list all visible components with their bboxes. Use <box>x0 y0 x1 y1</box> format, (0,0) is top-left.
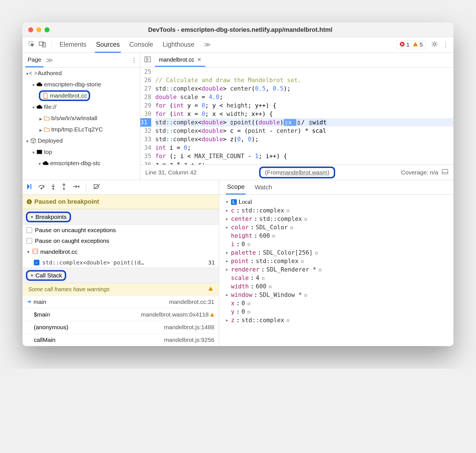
tab-sources[interactable]: Sources <box>95 37 121 53</box>
scope-variable[interactable]: i: 0⧈ <box>225 240 448 248</box>
file-tree: < > Authored emscripten-dbg-storie mande… <box>23 68 140 180</box>
step-over-icon[interactable] <box>38 183 45 191</box>
scope-variable[interactable]: point: std::complex⧈ <box>225 257 448 265</box>
debugger-toolbar <box>23 180 219 195</box>
scope-variable[interactable]: center: std::complex⧈ <box>225 215 448 223</box>
toggle-drawer-icon[interactable] <box>442 169 448 176</box>
code-lines[interactable]: // Calculate and draw the Mandelbrot set… <box>155 68 453 165</box>
warning-count: 5 <box>420 42 423 48</box>
svg-rect-6 <box>37 150 42 154</box>
panel-tabs: Elements Sources Console Lighthouse ≫ <box>58 37 212 53</box>
scope-variable[interactable]: color: SDL_Color⧈ <box>225 223 448 232</box>
tree-host-1[interactable]: emscripten-dbg-storie <box>23 79 140 90</box>
pause-uncaught-checkbox[interactable]: Pause on uncaught exceptions <box>23 225 219 236</box>
error-count: 1 <box>406 42 410 48</box>
devtools-window: DevTools - emscripten-dbg-stories.netlif… <box>23 23 453 346</box>
debugger-left-panel: i Paused on breakpoint ▼ Breakpoints Pau… <box>23 195 219 346</box>
titlebar: DevTools - emscripten-dbg-stories.netlif… <box>23 23 453 37</box>
svg-text:i: i <box>29 200 30 204</box>
tree-host-file[interactable]: file:// <box>23 101 140 113</box>
tab-elements[interactable]: Elements <box>58 37 88 53</box>
sources-subbar: Page ≫ ⋮ mandelbrot.cc ✕ <box>23 53 453 68</box>
close-window-icon[interactable] <box>28 27 33 32</box>
window-title: DevTools - emscripten-dbg-stories.netlif… <box>50 26 431 33</box>
callstack-frame[interactable]: (anonymous)mandelbrot.js:1488 <box>23 321 219 333</box>
zoom-window-icon[interactable] <box>45 27 50 32</box>
source-from-link[interactable]: mandelbrot.wasm <box>281 169 328 176</box>
tab-watch[interactable]: Watch <box>253 181 273 194</box>
paused-banner: i Paused on breakpoint <box>23 195 219 209</box>
warning-icon <box>413 42 418 48</box>
nav-more-icon[interactable]: ≫ <box>46 56 53 64</box>
scope-panel: Scope Watch L Local c: std::complex⧈cent… <box>219 195 453 346</box>
local-badge-icon: L <box>231 199 237 205</box>
more-tabs-icon[interactable]: ≫ <box>203 37 212 53</box>
inspect-icon[interactable] <box>28 41 35 49</box>
tree-file-mandelbrot[interactable]: mandelbrot.cc <box>23 90 140 101</box>
nav-menu-icon[interactable]: ⋮ <box>131 57 137 64</box>
breakpoint-entry[interactable]: std::complex<double> point((d… 31 <box>23 257 219 268</box>
line-gutter[interactable]: 25262728293031323334353637 <box>140 68 155 165</box>
breakpoint-file[interactable]: ▼ mandelbrot.cc <box>23 246 219 257</box>
deactivate-breakpoints-icon[interactable] <box>93 183 101 191</box>
issue-counts[interactable]: 1 5 <box>397 41 426 49</box>
more-menu-icon[interactable]: ⋮ <box>441 40 451 50</box>
page-tab[interactable]: Page <box>25 53 44 67</box>
scope-variable[interactable]: scale: 4⧈ <box>225 274 448 282</box>
tree-deployed[interactable]: Deployed <box>23 135 140 146</box>
source-from: (From mandelbrot.wasm) <box>259 167 335 178</box>
svg-point-4 <box>433 43 436 45</box>
toggle-sidebar-icon[interactable] <box>140 56 155 64</box>
tree-folder-2[interactable]: tmp/tmp.ELcTq2YC <box>23 124 140 135</box>
resume-icon[interactable] <box>26 183 32 191</box>
tree-host-3[interactable]: emscripten-dbg-stc <box>23 158 140 169</box>
cursor-position: Line 31, Column 42 <box>145 169 197 176</box>
traffic-lights[interactable] <box>28 27 50 32</box>
svg-point-12 <box>78 186 79 187</box>
breakpoint-checkbox-icon[interactable] <box>34 260 39 265</box>
tree-folder-1[interactable]: b/s/w/ir/x/w/install <box>23 113 140 124</box>
callstack-header[interactable]: ▼ Call Stack <box>23 268 219 283</box>
device-toggle-icon[interactable] <box>39 41 46 49</box>
scope-variable[interactable]: x: 0⧈ <box>225 299 448 308</box>
scope-variable[interactable]: palette: SDL_Color[256]⧈ <box>225 248 448 257</box>
tab-console[interactable]: Console <box>128 37 154 53</box>
scope-variable[interactable]: y: 0⧈ <box>225 308 448 316</box>
tab-lighthouse[interactable]: Lighthouse <box>162 37 196 53</box>
close-tab-icon[interactable]: ✕ <box>197 57 201 63</box>
tree-authored[interactable]: < > Authored <box>23 68 140 79</box>
scope-local[interactable]: L Local <box>225 198 448 206</box>
svg-point-10 <box>53 188 54 189</box>
svg-rect-1 <box>39 42 44 45</box>
source-file-icon <box>32 248 38 255</box>
step-out-icon[interactable] <box>61 183 66 191</box>
scope-variable[interactable]: renderer: SDL_Renderer *⧈ <box>225 265 448 274</box>
breakpoints-header[interactable]: ▼ Breakpoints <box>23 209 219 225</box>
pause-caught-checkbox[interactable]: Pause on caught exceptions <box>23 236 219 246</box>
callstack-frame[interactable]: callMainmandelbrot.js:9256 <box>23 333 219 346</box>
svg-rect-2 <box>43 43 45 47</box>
callstack-frame[interactable]: mainmandelbrot.cc:31 <box>23 295 219 308</box>
svg-rect-8 <box>30 184 31 189</box>
scope-variable[interactable]: c: std::complex⧈ <box>225 206 448 215</box>
tree-top[interactable]: top <box>23 146 140 158</box>
step-into-icon[interactable] <box>51 183 56 191</box>
error-icon <box>400 42 405 48</box>
callstack-frame[interactable]: $mainmandelbrot.wasm:0x4118 <box>23 308 219 321</box>
minimize-window-icon[interactable] <box>36 27 41 32</box>
scope-variable[interactable]: z: std::complex⧈ <box>225 316 448 324</box>
settings-icon[interactable] <box>429 39 441 51</box>
scope-variable[interactable]: window: SDL_Window *⧈ <box>225 291 448 299</box>
step-icon[interactable] <box>72 184 79 191</box>
svg-point-9 <box>41 188 42 189</box>
callstack-warning: Some call frames have warnings <box>23 283 219 295</box>
tab-scope[interactable]: Scope <box>226 180 246 194</box>
scope-variable[interactable]: height: 600⧈ <box>225 232 448 240</box>
editor-file-tab[interactable]: mandelbrot.cc ✕ <box>155 54 205 67</box>
main-toolbar: Elements Sources Console Lighthouse ≫ 1 … <box>23 37 453 53</box>
coverage-label: Coverage: n/a <box>401 169 438 176</box>
svg-rect-7 <box>442 169 448 174</box>
scope-variable[interactable]: width: 600⧈ <box>225 282 448 291</box>
code-editor[interactable]: 25262728293031323334353637 // Calculate … <box>140 68 453 180</box>
editor-statusbar: Line 31, Column 42 (From mandelbrot.wasm… <box>140 165 453 180</box>
